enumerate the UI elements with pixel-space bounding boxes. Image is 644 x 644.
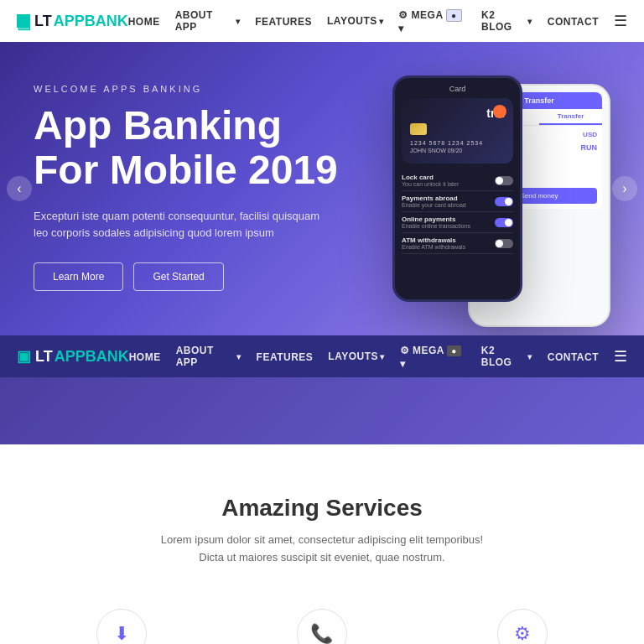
toggle-lock-card: Lock card You can unlock it later [402, 170, 513, 191]
toggle-atm-switch[interactable] [495, 239, 513, 248]
sticky-nav-about[interactable]: ABOUT APP [176, 345, 242, 368]
service-card-3: ⚙ Easy setup process Sed libero odio pha… [435, 600, 610, 644]
service-icon-support: 📞 [297, 609, 347, 644]
hero-description: Excepturi iste quam potenti consequuntur… [34, 208, 335, 243]
hero-title: App Banking For Mobile 2019 [34, 104, 376, 193]
sticky-logo-lt: LT [35, 348, 53, 366]
logo-icon: ▣ [17, 14, 30, 28]
hero-subtitle: WELCOME APPS BANKING [34, 84, 376, 94]
card-holder: JOHN SNOW 09/20 [410, 148, 505, 153]
nav-home[interactable]: HOME [128, 14, 160, 28]
nav-layouts[interactable]: LAYOUTS [327, 15, 383, 27]
hero-text: WELCOME APPS BANKING App Banking For Mob… [34, 75, 376, 291]
toggle-online-payments: Online payments Enable online transactio… [402, 212, 513, 233]
service-icon-setup: ⚙ [497, 609, 548, 644]
services-title: Amazing Services [34, 495, 610, 522]
card-chip [410, 123, 427, 135]
hero-cta-buttons: Learn More Get Started [34, 262, 376, 291]
nav-about[interactable]: ABOUT APP [175, 9, 241, 33]
tab-transfer[interactable]: Transfer [539, 109, 602, 125]
get-started-button[interactable]: Get Started [133, 262, 223, 291]
sticky-logo[interactable]: ▣ LT APPBANK [17, 347, 129, 366]
phone-front-header: Card [402, 85, 513, 93]
phone-front-mockup: Card trill 1234 5678 1234 2534 JOHN SNOW… [392, 75, 522, 302]
service-card-1: ⬇ Installation Guide Sed libero odio pha… [34, 600, 209, 644]
phone-card: trill 1234 5678 1234 2534 JOHN SNOW 09/2… [402, 98, 513, 164]
card-brand: trill [410, 106, 505, 120]
toggle-lock-switch[interactable] [495, 176, 513, 185]
logo[interactable]: ▣ LT APPBANK [17, 13, 128, 30]
hamburger-menu[interactable]: ☰ [614, 12, 627, 30]
sticky-hamburger[interactable]: ☰ [614, 347, 627, 366]
sticky-nav-home[interactable]: HOME [129, 350, 161, 363]
toggle-atm: ATM withdrawals Enable ATM withdrawals [402, 233, 513, 254]
learn-more-button[interactable]: Learn More [34, 262, 123, 291]
hero-next-button[interactable]: › [612, 176, 637, 201]
hero-section: ‹ WELCOME APPS BANKING App Banking For M… [0, 42, 644, 444]
sticky-nav-mega[interactable]: ⚙ MEGA ● ▾ [400, 343, 466, 370]
services-section: Amazing Services Lorem ipsum dolor sit a… [0, 444, 644, 644]
nav-k2blog[interactable]: K2 BLOG [481, 9, 532, 33]
hero-prev-button[interactable]: ‹ [7, 176, 32, 201]
sticky-mega-badge: ● [447, 345, 461, 356]
top-navbar: ▣ LT APPBANK HOME ABOUT APP FEATURES LAY… [0, 0, 644, 42]
services-description: Lorem ipsum dolor sit amet, consectetur … [154, 532, 490, 567]
sticky-nav-layouts[interactable]: LAYOUTS [328, 351, 384, 362]
sticky-logo-appbank: APPBANK [55, 348, 129, 366]
logo-appbank: APPBANK [54, 13, 128, 30]
sticky-nav-links: HOME ABOUT APP FEATURES LAYOUTS ⚙ MEGA ●… [129, 343, 627, 370]
sticky-logo-icon: ▣ [17, 347, 31, 366]
sticky-nav-features[interactable]: FEATURES [257, 350, 314, 363]
card-dot [493, 105, 506, 118]
service-icon-installation: ⬇ [96, 609, 147, 644]
nav-contact[interactable]: CONTACT [548, 14, 599, 28]
sticky-nav-k2blog[interactable]: K2 BLOG [481, 345, 532, 368]
phone-mockups: Transfer Card Transfer Transfer USD Tuck… [376, 67, 610, 335]
nav-features[interactable]: FEATURES [255, 14, 312, 28]
mega-badge: ● [446, 9, 462, 22]
main-nav: HOME ABOUT APP FEATURES LAYOUTS ⚙ MEGA ●… [128, 8, 627, 34]
toggle-online-switch[interactable] [495, 218, 513, 227]
service-card-2: 📞 Live call support Sed libero odio phas… [234, 600, 409, 644]
toggle-payments-switch[interactable] [495, 197, 513, 206]
services-grid: ⬇ Installation Guide Sed libero odio pha… [34, 600, 610, 644]
card-number: 1234 5678 1234 2534 [410, 140, 505, 146]
hero-bottom-strip [0, 377, 644, 444]
nav-mega[interactable]: ⚙ MEGA ● ▾ [398, 8, 466, 34]
logo-lt: LT [34, 13, 52, 30]
toggle-payments-abroad: Payments abroad Enable your card abroad [402, 191, 513, 212]
sticky-nav-contact[interactable]: CONTACT [548, 350, 599, 363]
sticky-navbar: ▣ LT APPBANK HOME ABOUT APP FEATURES LAY… [0, 335, 644, 377]
hero-content-area: ‹ WELCOME APPS BANKING App Banking For M… [0, 42, 644, 335]
